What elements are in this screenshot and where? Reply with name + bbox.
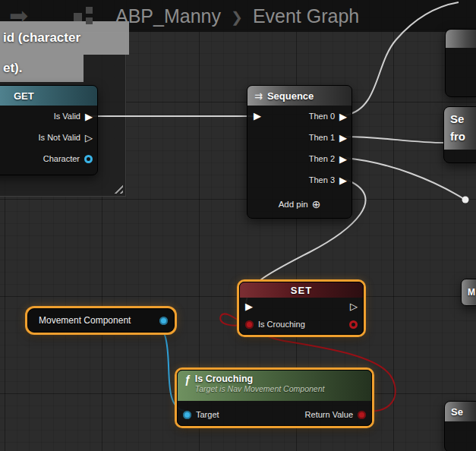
- is-crouching-function-node[interactable]: ƒ Is Crouching Target is Nav Movement Co…: [177, 370, 372, 426]
- exec-pin-set-in[interactable]: ▶: [245, 301, 253, 311]
- movement-component-node[interactable]: Movement Component: [27, 308, 175, 333]
- reroute-dot[interactable]: [462, 197, 469, 203]
- is-crouching-output-pin[interactable]: [349, 320, 358, 329]
- pin-label: Then 1: [309, 133, 335, 142]
- partial-node-title-line1: Se: [450, 112, 476, 125]
- pin-label: Then 3: [309, 175, 335, 184]
- sequence-node[interactable]: ⇉ Sequence ▶ Then 0 ▶ Then 1 ▶ Then 2 ▶ …: [247, 85, 352, 219]
- wire-exec-then1: [345, 137, 445, 143]
- partial-node-title-line2: fro: [450, 130, 476, 143]
- character-pin[interactable]: [84, 155, 93, 163]
- pin-label: Is Valid: [54, 112, 80, 121]
- back-arrow-icon[interactable]: ➡: [9, 0, 28, 32]
- set-node-header: SET: [240, 282, 363, 298]
- function-icon: ƒ: [184, 374, 191, 386]
- breadcrumb-parent[interactable]: ABP_Manny: [115, 5, 221, 27]
- pin-row: Target Return Value: [178, 401, 371, 428]
- chevron-right-icon: ❯: [231, 7, 243, 26]
- partial-node-m[interactable]: M: [461, 279, 476, 306]
- exec-pin-set-out[interactable]: ▷: [350, 301, 358, 311]
- pin-label: Return Value: [305, 410, 353, 419]
- pin-row: Is Crouching: [240, 314, 363, 334]
- exec-pin-is-not-valid[interactable]: ▷: [85, 133, 93, 143]
- get-node-title: GET: [0, 90, 34, 102]
- exec-pin-sequence-in[interactable]: ▶: [254, 111, 261, 121]
- exec-pin-then1[interactable]: ▶: [339, 133, 347, 143]
- pin-row: Then 0 ▶: [247, 106, 351, 127]
- breadcrumb-current[interactable]: Event Graph: [253, 5, 359, 27]
- pin-label: Is Not Valid: [39, 133, 80, 142]
- partial-node-set-bottom[interactable]: Se: [444, 401, 476, 451]
- pin-row: Then 1 ▶: [247, 127, 351, 148]
- is-crouching-input-pin[interactable]: [245, 320, 254, 329]
- get-node[interactable]: GET Is Valid ▶ Is Not Valid ▷ Character: [0, 85, 98, 175]
- pin-row: Character: [0, 148, 97, 169]
- exec-pin-then2[interactable]: ▶: [339, 154, 347, 164]
- add-pin-label: Add pin: [279, 200, 308, 209]
- function-node-header: ƒ Is Crouching Target is Nav Movement Co…: [178, 371, 371, 401]
- sequence-node-header: ⇉ Sequence: [247, 86, 351, 106]
- pin-row: Is Not Valid ▷: [0, 127, 97, 148]
- exec-pin-is-valid[interactable]: ▶: [85, 112, 93, 121]
- target-pin[interactable]: [183, 411, 191, 419]
- get-node-header: GET: [0, 86, 97, 106]
- pin-label: Is Crouching: [258, 320, 305, 329]
- pin-label: Then 0: [309, 112, 335, 121]
- wire-exec-then0: [345, 2, 459, 115]
- pin-row: Is Valid ▶: [0, 106, 97, 127]
- function-node-subtitle: Target is Nav Movement Component: [195, 384, 325, 393]
- pin-label: Character: [43, 154, 80, 163]
- pin-label: Target: [196, 410, 219, 419]
- movement-component-pin[interactable]: [159, 317, 168, 325]
- partial-node-set-bottom-label: Se: [451, 406, 463, 418]
- exec-pin-then0[interactable]: ▶: [339, 112, 347, 121]
- partial-node-m-label: M: [468, 287, 475, 298]
- sequence-node-title: Sequence: [267, 90, 314, 102]
- pin-row: Then 2 ▶: [247, 148, 351, 169]
- partial-node-header: [446, 30, 476, 48]
- set-is-crouching-node[interactable]: SET ▶ ▷ Is Crouching: [239, 282, 364, 335]
- movement-component-label: Movement Component: [39, 315, 131, 326]
- set-node-title: SET: [291, 285, 312, 296]
- sequence-icon: ⇉: [254, 90, 263, 102]
- function-node-title: Is Crouching: [195, 374, 325, 384]
- exec-pin-then3[interactable]: ▶: [339, 175, 347, 185]
- add-pin-icon: ⊕: [312, 198, 321, 210]
- add-pin-button[interactable]: Add pin ⊕: [247, 191, 351, 218]
- return-value-pin[interactable]: [358, 411, 366, 419]
- pin-row: Then 3 ▶: [247, 169, 351, 191]
- pin-row: ▶ ▷: [240, 298, 363, 314]
- partial-node-set-from[interactable]: Se fro: [443, 106, 476, 163]
- partial-node-top-right[interactable]: [445, 29, 476, 97]
- blueprint-class-icon[interactable]: [74, 7, 95, 25]
- pin-label: Then 2: [309, 154, 335, 163]
- breadcrumb: ABP_Manny ❯ Event Graph: [115, 0, 359, 32]
